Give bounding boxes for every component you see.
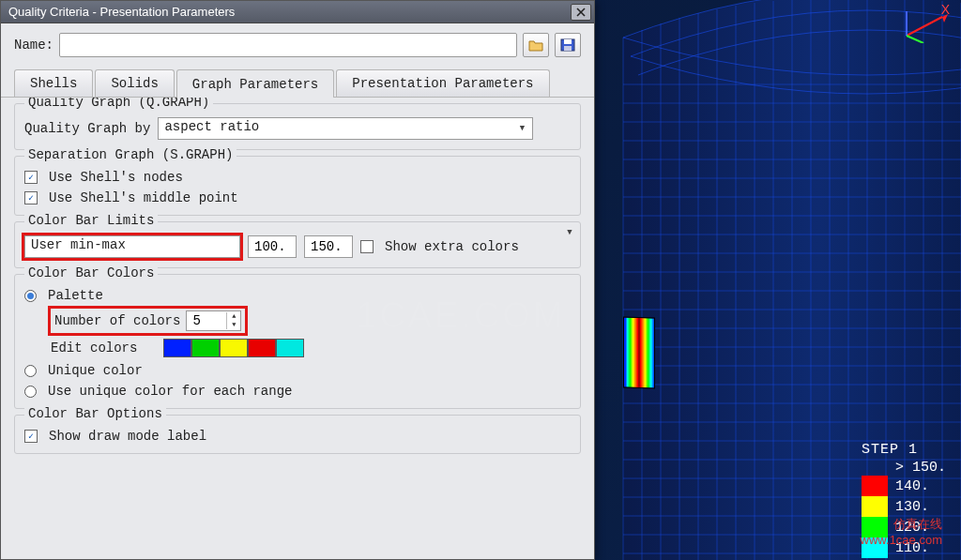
- palette-swatch[interactable]: [276, 339, 304, 357]
- color-bar-colors-group: Color Bar Colors Palette Number of color…: [14, 274, 581, 409]
- axis-x-text: X: [941, 2, 950, 17]
- palette-label: Palette: [48, 288, 103, 303]
- unique-per-range-radio[interactable]: [24, 386, 37, 398]
- separation-graph-group: Separation Graph (S.GRAPH) ✓ Use Shell's…: [14, 156, 581, 216]
- tab-presentation-parameters[interactable]: Presentation Parameters: [336, 69, 549, 97]
- quality-graph-by-label: Quality Graph by: [24, 121, 150, 136]
- titlebar[interactable]: Quality Criteria - Presentation Paramete…: [1, 1, 594, 23]
- spinner-down-icon[interactable]: ▼: [227, 321, 240, 329]
- show-draw-mode-label: Show draw mode label: [49, 429, 206, 444]
- palette-swatch[interactable]: [248, 339, 276, 357]
- num-colors-label: Number of colors: [54, 313, 180, 328]
- name-input[interactable]: [59, 33, 517, 57]
- tab-graph-parameters[interactable]: Graph Parameters: [176, 69, 334, 98]
- num-colors-input[interactable]: [187, 311, 226, 330]
- folder-icon: [528, 38, 543, 52]
- limits-mode-dropdown[interactable]: User min-max ▼: [24, 235, 240, 258]
- show-extra-colors-checkbox[interactable]: ✓: [360, 240, 374, 253]
- num-colors-spinner[interactable]: ▲▼: [186, 310, 241, 331]
- show-extra-colors-label: Show extra colors: [385, 239, 519, 254]
- quality-criteria-dialog: Quality Criteria - Presentation Paramete…: [0, 0, 595, 560]
- color-bar-limits-group: Color Bar Limits User min-max ▼ ✓ Show e…: [14, 221, 581, 268]
- group-title: Quality Graph (Q.GRAPH): [24, 98, 213, 110]
- chevron-down-icon: ▼: [561, 224, 578, 241]
- svg-rect-60: [564, 39, 572, 44]
- result-hotspot: [623, 316, 655, 388]
- limits-min-input[interactable]: [248, 235, 297, 258]
- edit-colors-label: Edit colors: [51, 341, 137, 356]
- palette-swatch[interactable]: [220, 339, 248, 357]
- name-row: Name:: [1, 23, 594, 68]
- use-shells-middle-label: Use Shell's middle point: [49, 190, 238, 205]
- open-folder-button[interactable]: [523, 33, 549, 57]
- unique-color-radio[interactable]: [24, 365, 37, 377]
- spinner-up-icon[interactable]: ▲: [227, 312, 240, 321]
- tab-solids[interactable]: Solids: [95, 69, 174, 97]
- svg-rect-61: [564, 46, 572, 51]
- tab-shells[interactable]: Shells: [14, 69, 93, 97]
- group-title: Color Bar Options: [24, 406, 166, 421]
- save-icon: [560, 38, 575, 52]
- group-title: Color Bar Colors: [24, 265, 158, 280]
- palette-swatches: [163, 339, 304, 357]
- palette-swatch[interactable]: [163, 339, 191, 357]
- unique-per-range-label: Use unique color for each range: [48, 384, 292, 399]
- close-button[interactable]: [571, 4, 591, 21]
- use-shells-nodes-label: Use Shell's nodes: [49, 170, 183, 185]
- color-bar-options-group: Color Bar Options ✓ Show draw mode label: [14, 415, 581, 454]
- use-shells-middle-checkbox[interactable]: ✓: [24, 191, 38, 204]
- palette-swatch[interactable]: [191, 339, 220, 357]
- legend-row: 140.: [862, 476, 948, 496]
- legend-title: STEP 1: [862, 442, 948, 458]
- palette-radio[interactable]: [24, 290, 37, 302]
- legend-row: 130.: [862, 496, 948, 517]
- watermark-footer: 仿真在线 www.1cae.com: [861, 516, 942, 547]
- limits-max-input[interactable]: [304, 235, 353, 258]
- tabs: Shells Solids Graph Parameters Presentat…: [1, 68, 594, 98]
- quality-graph-group: Quality Graph (Q.GRAPH) Quality Graph by…: [14, 103, 581, 150]
- name-label: Name:: [14, 38, 53, 53]
- quality-graph-by-dropdown[interactable]: aspect ratio ▼: [158, 117, 533, 140]
- svg-line-53: [907, 17, 942, 36]
- chevron-down-icon: ▼: [513, 120, 530, 137]
- group-title: Color Bar Limits: [24, 213, 158, 228]
- tab-body: Quality Graph (Q.GRAPH) Quality Graph by…: [1, 98, 594, 559]
- svg-line-56: [907, 36, 923, 43]
- legend-max: > 150.: [895, 460, 948, 476]
- dialog-title: Quality Criteria - Presentation Paramete…: [8, 5, 235, 19]
- unique-color-label: Unique color: [48, 363, 143, 378]
- save-disk-button[interactable]: [555, 33, 581, 57]
- group-title: Separation Graph (S.GRAPH): [24, 147, 236, 162]
- show-draw-mode-checkbox[interactable]: ✓: [24, 430, 38, 443]
- use-shells-nodes-checkbox[interactable]: ✓: [24, 171, 38, 184]
